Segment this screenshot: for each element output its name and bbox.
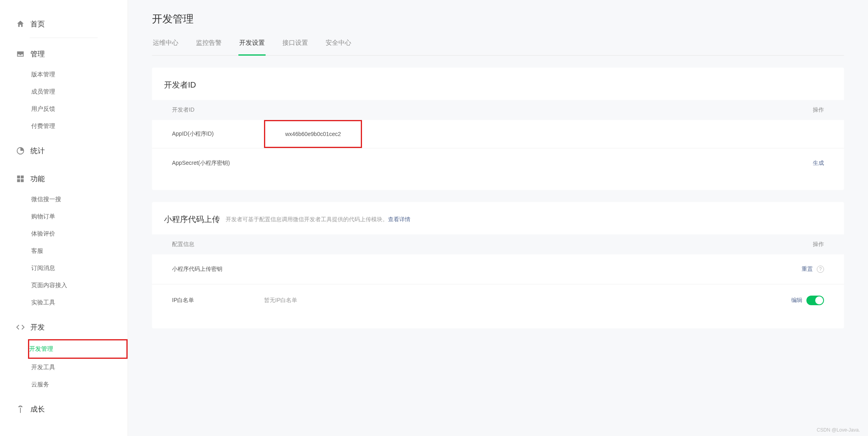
row-appid: AppID(小程序ID) wx46b60e9b0c01cec2 (152, 120, 844, 148)
detail-link[interactable]: 查看详情 (388, 216, 410, 222)
nav-home[interactable]: 首页 (16, 12, 128, 36)
grid-icon (16, 174, 25, 183)
ip-label: IP白名单 (172, 297, 264, 304)
nav-growth[interactable]: 成长 (16, 397, 128, 421)
ip-toggle[interactable] (806, 296, 824, 305)
th-label: 开发者ID (172, 106, 784, 114)
svg-rect-0 (17, 176, 20, 178)
svg-rect-1 (21, 176, 24, 178)
page-title: 开发管理 (152, 12, 844, 26)
card-code-upload: 小程序代码上传 开发者可基于配置信息调用微信开发者工具提供的代码上传模块。查看详… (152, 202, 844, 328)
watermark: CSDN @Love-Java. (817, 427, 860, 433)
nav-manage[interactable]: 管理 (16, 42, 128, 66)
nav-sub-pagecontent[interactable]: 页面内容接入 (31, 277, 128, 294)
svg-rect-2 (17, 179, 20, 182)
nav-sub-experiment[interactable]: 实验工具 (31, 294, 128, 311)
generate-link[interactable]: 生成 (813, 160, 824, 167)
nav-sub-subscribe[interactable]: 订阅消息 (31, 260, 128, 277)
edit-link[interactable]: 编辑 (791, 297, 802, 304)
row-upload-key: 小程序代码上传密钥 重置 ? (152, 254, 844, 284)
reset-link[interactable]: 重置 (802, 266, 813, 273)
th-config: 配置信息 (172, 241, 784, 248)
divider (30, 38, 98, 38)
card-devid-title: 开发者ID (164, 80, 196, 90)
appsecret-label: AppSecret(小程序密钥) (172, 160, 264, 167)
nav-dev[interactable]: 开发 (16, 315, 128, 339)
nav-sub-members[interactable]: 成员管理 (31, 83, 128, 100)
home-icon (16, 20, 25, 28)
nav-dev-label: 开发 (30, 322, 45, 332)
nav-features[interactable]: 功能 (16, 167, 128, 191)
tab-monitor[interactable]: 监控告警 (195, 34, 222, 56)
tab-devsettings[interactable]: 开发设置 (238, 34, 266, 56)
nav-sub-orders[interactable]: 购物订单 (31, 208, 128, 225)
nav-sub-devtools[interactable]: 开发工具 (31, 359, 128, 376)
code-icon (16, 323, 25, 332)
tab-ops[interactable]: 运维中心 (152, 34, 179, 56)
nav-stats[interactable]: 统计 (16, 139, 128, 163)
nav-sub-payment[interactable]: 付费管理 (31, 118, 128, 135)
tabs: 运维中心 监控告警 开发设置 接口设置 安全中心 (152, 34, 844, 56)
row-appsecret: AppSecret(小程序密钥) 生成 (152, 148, 844, 178)
nav-sub-review[interactable]: 体验评价 (31, 225, 128, 242)
table-header-upload: 配置信息 操作 (152, 234, 844, 254)
chart-icon (16, 146, 25, 155)
row-ip-whitelist: IP白名单 暂无IP白名单 编辑 (152, 284, 844, 316)
nav-sub-version[interactable]: 版本管理 (31, 66, 128, 83)
nav-sub-feedback[interactable]: 用户反馈 (31, 100, 128, 118)
nav-sub-cloud[interactable]: 云服务 (31, 376, 128, 393)
nav-manage-label: 管理 (30, 49, 45, 59)
th-action2: 操作 (784, 241, 824, 248)
nav-sub-search[interactable]: 微信搜一搜 (31, 191, 128, 208)
nav-stats-label: 统计 (30, 146, 45, 156)
ip-value: 暂无IP白名单 (264, 297, 791, 304)
nav-sub-devmanage[interactable]: 开发管理 (28, 339, 128, 359)
nav-growth-label: 成长 (30, 404, 45, 414)
tab-api[interactable]: 接口设置 (282, 34, 309, 56)
card-developer-id: 开发者ID 开发者ID 操作 AppID(小程序ID) wx46b60e9b0c… (152, 68, 844, 190)
svg-rect-3 (21, 179, 24, 182)
nav-sub-service[interactable]: 客服 (31, 242, 128, 260)
appid-value: wx46b60e9b0c01cec2 (264, 120, 362, 148)
tab-security[interactable]: 安全中心 (325, 34, 352, 56)
nav-features-label: 功能 (30, 174, 45, 184)
th-action: 操作 (784, 106, 824, 114)
main-content: 开发管理 运维中心 监控告警 开发设置 接口设置 安全中心 开发者ID 开发者I… (128, 0, 868, 436)
appid-label: AppID(小程序ID) (172, 130, 264, 138)
card-upload-subtitle: 开发者可基于配置信息调用微信开发者工具提供的代码上传模块。查看详情 (226, 216, 410, 223)
help-icon[interactable]: ? (817, 266, 824, 273)
inbox-icon (16, 50, 25, 58)
table-header: 开发者ID 操作 (152, 100, 844, 120)
card-upload-title: 小程序代码上传 (164, 214, 220, 225)
nav-home-label: 首页 (30, 19, 45, 29)
sidebar: 首页 管理 版本管理 成员管理 用户反馈 付费管理 (0, 0, 128, 436)
plant-icon (16, 405, 25, 414)
upload-key-label: 小程序代码上传密钥 (172, 266, 264, 273)
